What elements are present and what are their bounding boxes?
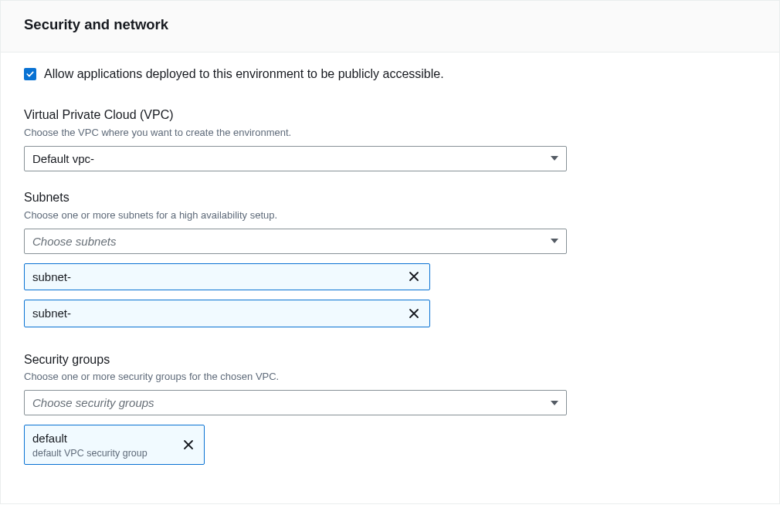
vpc-label: Virtual Private Cloud (VPC): [24, 107, 756, 124]
subnets-select[interactable]: Choose subnets: [24, 229, 567, 254]
token-label: subnet-: [32, 269, 391, 285]
public-access-label[interactable]: Allow applications deployed to this envi…: [44, 66, 444, 81]
panel-title: Security and network: [24, 16, 764, 33]
public-access-row: Allow applications deployed to this envi…: [24, 66, 756, 81]
security-groups-group: Security groups Choose one or more secur…: [24, 352, 756, 465]
subnet-token: subnet-: [24, 263, 430, 291]
token-content: default default VPC security group: [25, 425, 173, 464]
remove-security-group-button[interactable]: [173, 425, 204, 464]
subnets-group: Subnets Choose one or more subnets for a…: [24, 190, 756, 327]
remove-subnet-button[interactable]: [398, 264, 429, 290]
subnets-help: Choose one or more subnets for a high av…: [24, 209, 756, 222]
subnet-token: subnet-: [24, 300, 430, 327]
remove-subnet-button[interactable]: [398, 300, 429, 327]
panel-header: Security and network: [1, 1, 779, 53]
token-content: subnet-: [25, 300, 398, 327]
subnets-select-placeholder: Choose subnets: [32, 235, 116, 248]
panel-body: Allow applications deployed to this envi…: [1, 53, 779, 503]
caret-down-icon: [551, 401, 558, 405]
caret-down-icon: [551, 239, 558, 243]
vpc-group: Virtual Private Cloud (VPC) Choose the V…: [24, 107, 756, 171]
close-icon: [182, 439, 195, 451]
security-network-panel: Security and network Allow applications …: [0, 0, 780, 504]
subnets-token-list: subnet- subnet-: [24, 263, 756, 327]
vpc-help: Choose the VPC where you want to create …: [24, 127, 756, 140]
security-groups-select-placeholder: Choose security groups: [32, 396, 154, 409]
close-icon: [408, 270, 420, 283]
token-sub: default VPC security group: [32, 448, 165, 459]
security-group-token: default default VPC security group: [24, 425, 205, 465]
security-groups-label: Security groups: [24, 352, 756, 368]
check-icon: [25, 69, 35, 79]
vpc-select-value: Default vpc-: [32, 152, 94, 165]
security-groups-help: Choose one or more security groups for t…: [24, 371, 756, 384]
token-label: default: [32, 431, 165, 446]
token-label: subnet-: [32, 306, 391, 321]
subnets-label: Subnets: [24, 190, 756, 206]
close-icon: [408, 307, 420, 320]
security-groups-token-list: default default VPC security group: [24, 425, 756, 465]
caret-down-icon: [551, 156, 558, 161]
vpc-select[interactable]: Default vpc-: [24, 146, 567, 171]
security-groups-select[interactable]: Choose security groups: [24, 390, 567, 415]
token-content: subnet-: [25, 264, 398, 290]
public-access-checkbox[interactable]: [24, 68, 36, 80]
